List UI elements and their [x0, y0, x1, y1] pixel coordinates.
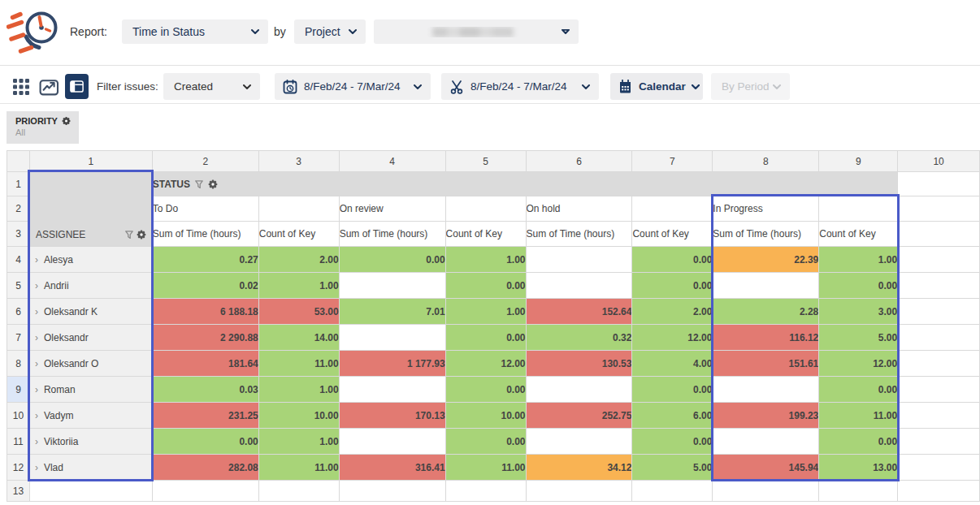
empty-cell[interactable]	[898, 299, 980, 325]
value-cell[interactable]: 11.00	[445, 455, 526, 481]
empty-cell[interactable]	[898, 247, 980, 273]
gear-icon[interactable]	[62, 116, 71, 126]
value-cell[interactable]: 130.53	[526, 351, 632, 377]
value-cell[interactable]: 1.00	[819, 247, 898, 273]
value-cell[interactable]: 1.00	[258, 377, 339, 403]
value-cell[interactable]: 0.00	[445, 429, 526, 455]
value-cell[interactable]	[526, 247, 632, 273]
measure-header-cell[interactable]: Sum of Time (hours)	[526, 222, 632, 247]
value-cell[interactable]: 1.00	[258, 273, 339, 299]
value-cell[interactable]: 14.00	[258, 325, 339, 351]
row-number-8[interactable]: 8	[7, 351, 30, 377]
expand-chevron-icon[interactable]: ›	[35, 384, 38, 395]
value-cell[interactable]	[526, 429, 632, 455]
empty-cell[interactable]	[898, 377, 980, 403]
measure-header-cell[interactable]: Sum of Time (hours)	[339, 222, 445, 247]
status-name-cell[interactable]: On hold	[526, 196, 632, 222]
row-number-7[interactable]: 7	[7, 325, 30, 351]
value-cell[interactable]: 11.00	[258, 455, 339, 481]
measure-header-cell[interactable]: Sum of Time (hours)	[713, 222, 819, 247]
gear-icon[interactable]	[208, 179, 218, 189]
value-cell[interactable]: 53.00	[258, 299, 339, 325]
value-cell[interactable]	[713, 429, 819, 455]
value-cell[interactable]: 1.00	[445, 299, 526, 325]
value-cell[interactable]: 22.39	[713, 247, 819, 273]
status-name-cell[interactable]	[819, 196, 898, 222]
column-number-2[interactable]: 2	[152, 151, 258, 172]
empty-cell[interactable]	[632, 481, 713, 502]
assignee-row[interactable]: ›Vlad	[29, 455, 152, 481]
value-cell[interactable]: 116.12	[713, 325, 819, 351]
value-cell[interactable]: 0.00	[632, 429, 713, 455]
filter-field-select[interactable]: Created	[163, 73, 260, 100]
value-cell[interactable]: 6.00	[632, 403, 713, 429]
empty-cell[interactable]	[898, 481, 980, 502]
assignee-row[interactable]: ›Andrii	[29, 273, 152, 299]
row-number-5[interactable]: 5	[7, 273, 30, 299]
assignee-row[interactable]: ›Roman	[29, 377, 152, 403]
measure-header-cell[interactable]: Count of Key	[258, 222, 339, 247]
value-cell[interactable]: 282.08	[152, 455, 258, 481]
value-cell[interactable]: 3.00	[819, 299, 898, 325]
value-cell[interactable]: 0.00	[339, 247, 445, 273]
expand-chevron-icon[interactable]: ›	[35, 280, 38, 291]
pivot-view-button[interactable]	[65, 74, 89, 99]
empty-cell[interactable]	[898, 273, 980, 299]
column-number-4[interactable]: 4	[339, 151, 445, 172]
column-number-8[interactable]: 8	[713, 151, 819, 172]
column-number-7[interactable]: 7	[632, 151, 713, 172]
empty-cell[interactable]	[898, 455, 980, 481]
value-cell[interactable]: 11.00	[258, 351, 339, 377]
value-cell[interactable]	[713, 273, 819, 299]
value-cell[interactable]	[713, 377, 819, 403]
value-cell[interactable]: 181.64	[152, 351, 258, 377]
assignee-row[interactable]: ›Alesya	[29, 247, 152, 273]
assignee-row[interactable]: ›Oleksandr K	[29, 299, 152, 325]
empty-cell[interactable]	[29, 481, 152, 502]
column-number-3[interactable]: 3	[258, 151, 339, 172]
value-cell[interactable]	[339, 377, 445, 403]
value-cell[interactable]: 10.00	[445, 403, 526, 429]
value-cell[interactable]: 0.02	[152, 273, 258, 299]
empty-cell[interactable]	[819, 481, 898, 502]
column-number-5[interactable]: 5	[445, 151, 526, 172]
value-cell[interactable]: 0.00	[819, 429, 898, 455]
value-cell[interactable]: 0.03	[152, 377, 258, 403]
value-cell[interactable]: 34.12	[526, 455, 632, 481]
value-cell[interactable]: 0.27	[152, 247, 258, 273]
value-cell[interactable]: 151.61	[713, 351, 819, 377]
empty-cell[interactable]	[898, 172, 980, 196]
expand-chevron-icon[interactable]: ›	[35, 436, 38, 447]
column-number-6[interactable]: 6	[526, 151, 632, 172]
empty-cell[interactable]	[898, 351, 980, 377]
assignee-row[interactable]: ›Vadym	[29, 403, 152, 429]
column-number-10[interactable]: 10	[898, 151, 980, 172]
value-cell[interactable]: 0.00	[819, 273, 898, 299]
row-number-1[interactable]: 1	[7, 172, 30, 196]
filter-icon[interactable]	[125, 231, 133, 239]
empty-cell[interactable]	[152, 481, 258, 502]
column-number-9[interactable]: 9	[819, 151, 898, 172]
project-select[interactable]	[374, 19, 579, 44]
value-cell[interactable]: 11.00	[819, 403, 898, 429]
gear-icon[interactable]	[137, 230, 146, 240]
value-cell[interactable]: 12.00	[632, 325, 713, 351]
value-cell[interactable]	[339, 429, 445, 455]
value-cell[interactable]: 0.00	[632, 273, 713, 299]
value-cell[interactable]: 12.00	[819, 351, 898, 377]
status-header-cell[interactable]: STATUS	[152, 172, 897, 196]
value-cell[interactable]: 5.00	[632, 455, 713, 481]
value-cell[interactable]	[339, 273, 445, 299]
status-name-cell[interactable]: In Progress	[713, 196, 819, 222]
expand-chevron-icon[interactable]: ›	[35, 254, 38, 265]
value-cell[interactable]: 231.25	[152, 403, 258, 429]
grid-corner[interactable]	[7, 151, 30, 172]
value-cell[interactable]: 152.64	[526, 299, 632, 325]
measure-header-cell[interactable]: Count of Key	[819, 222, 898, 247]
filter-icon[interactable]	[195, 180, 203, 188]
priority-filter[interactable]: PRIORITY All	[7, 111, 79, 144]
status-name-cell[interactable]: To Do	[152, 196, 258, 222]
row-number-13[interactable]: 13	[7, 481, 30, 502]
value-cell[interactable]: 2.00	[632, 299, 713, 325]
value-cell[interactable]: 0.00	[819, 377, 898, 403]
